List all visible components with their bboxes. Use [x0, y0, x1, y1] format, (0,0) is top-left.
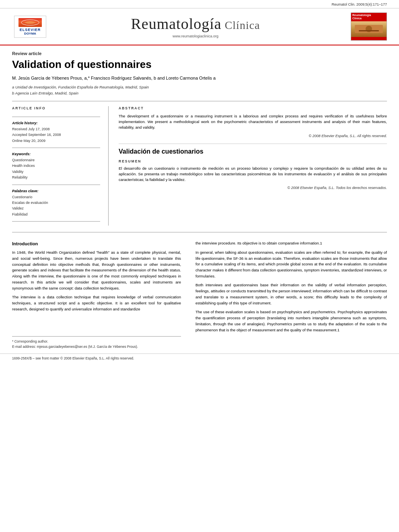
resumen-text: El desarrollo de un cuestionario o instr… [119, 166, 387, 183]
body-column-right: the interview procedure. Its objective i… [188, 240, 387, 349]
journal-name-2: Clínica [222, 19, 260, 31]
page-footer: 1699-258X/$ – see front matter © 2008 El… [0, 353, 399, 363]
svg-rect-3 [359, 30, 379, 31]
body-para-2: The interview is a data collection techn… [12, 294, 181, 312]
email-value: mjesus.garciadeyebenes@ser.es (M.J. Garc… [37, 345, 138, 349]
abstract-text: The development of a questionnaire or a … [119, 113, 387, 131]
history-label: Article history: [12, 121, 100, 125]
info-divider-2 [12, 148, 100, 148]
header-right: Reumatología Clínica [343, 12, 387, 41]
page: Reumatol Clin. 2009;5(4):171–177 ELSEVIE… [0, 0, 399, 532]
affiliations: a Unidad de Investigación, Fundación Esp… [12, 84, 387, 101]
header: ELSEVIER DOYMA Reumatología Clínica www.… [0, 8, 399, 45]
journal-title: Reumatología Clínica [48, 15, 343, 33]
palabra-4: Fiabilidad [12, 212, 100, 217]
footer-text: 1699-258X/$ – see front matter © 2008 El… [12, 356, 134, 360]
article-info-column: ARTICLE INFO Article history: Received J… [12, 106, 109, 226]
journal-title-area: Reumatología Clínica www.reumatologiacli… [48, 15, 343, 38]
authors-text: M. Jesús García de Yébenes Prous, a,* Fr… [12, 76, 216, 80]
keyword-4: Reliability [12, 175, 100, 180]
body-para-1: In 1948, the World Health Organization d… [12, 250, 181, 291]
copyright-en: © 2008 Elsevier España, S.L. All rights … [119, 134, 387, 138]
article-info-title: ARTICLE INFO [12, 106, 100, 113]
palabra-2: Escalas de evaluación [12, 200, 100, 205]
elsevier-text: ELSEVIER [20, 28, 41, 32]
info-divider-1 [12, 117, 100, 117]
main-body: Introduction In 1948, the World Health O… [12, 232, 387, 349]
authors: M. Jesús García de Yébenes Prous, a,* Fr… [12, 75, 387, 84]
corresponding-note: * Corresponding author. [12, 339, 181, 344]
email-note: E-mail address: mjesus.garciadeyebenes@s… [12, 344, 181, 349]
abstract-column: ABSTRACT The development of a questionna… [109, 106, 387, 226]
header-left: ELSEVIER DOYMA [12, 16, 48, 38]
spanish-title: Validación de cuestionarios [119, 144, 387, 157]
palabra-3: Validez [12, 205, 100, 211]
keyword-3: Validity [12, 169, 100, 175]
doyma-text: DOYMA [24, 32, 36, 35]
keyword-2: Health indices [12, 163, 100, 168]
intro-heading: Introduction [12, 240, 181, 247]
received-date: Received July 17, 2008 [12, 126, 100, 132]
copyright-es: © 2008 Elsevier España, S.L. Todos los d… [119, 186, 387, 190]
citation-text: Reumatol Clin. 2009;5(4):171–177 [331, 2, 387, 6]
cover-image [351, 21, 387, 37]
body-para-3: the interview procedure. Its objective i… [195, 240, 387, 246]
affiliation-a: a Unidad de Investigación, Fundación Esp… [12, 84, 387, 90]
online-date: Online May 20, 2009 [12, 138, 100, 144]
resumen-label: RESUMEN [119, 159, 387, 163]
body-para-4: In general, when talking about questionn… [195, 250, 387, 279]
palabra-1: Cuestionario [12, 194, 100, 200]
article-title: Validation of questionnaires [12, 58, 387, 75]
body-column-left: Introduction In 1948, the World Health O… [12, 240, 188, 349]
keywords-label: Keywords: [12, 152, 100, 156]
info-columns: ARTICLE INFO Article history: Received J… [12, 101, 387, 226]
cover-bar [351, 37, 387, 40]
palabras-label: Palabras clave: [12, 189, 100, 193]
info-divider-4 [12, 221, 100, 222]
body-para-6: The use of these evaluation scales is ba… [195, 309, 387, 333]
article-type: Review article [12, 45, 387, 58]
accepted-date: Accepted September 16, 2008 [12, 132, 100, 138]
elsevier-doyma-logo: ELSEVIER DOYMA [14, 16, 46, 38]
keyword-1: Questionnaire [12, 157, 100, 163]
body-para-5: Both interviews and questionnaires base … [195, 282, 387, 306]
citation-bar: Reumatol Clin. 2009;5(4):171–177 [0, 0, 399, 8]
footnote-area: * Corresponding author. E-mail address: … [12, 336, 181, 349]
abstract-title: ABSTRACT [119, 106, 387, 113]
journal-cover-thumbnail: Reumatología Clínica [351, 12, 387, 41]
affiliation-b: b Agencia Laín Entralgo, Madrid, Spain [12, 90, 387, 96]
info-divider-3 [12, 185, 100, 185]
article-content: Review article Validation of questionnai… [0, 45, 399, 349]
cover-title: Reumatología Clínica [351, 13, 387, 21]
email-label: E-mail address: [12, 345, 36, 349]
journal-url: www.reumatologiaclinica.org [48, 34, 343, 38]
journal-name-1: Reumatología [131, 15, 221, 32]
